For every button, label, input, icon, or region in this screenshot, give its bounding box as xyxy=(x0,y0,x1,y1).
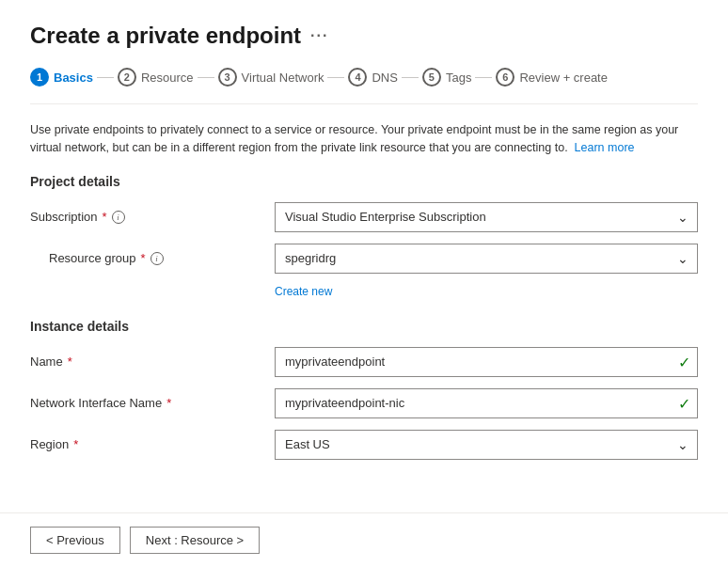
resource-group-label: Resource group xyxy=(49,251,136,265)
wizard-step-dns[interactable]: 4 DNS xyxy=(348,68,397,87)
step-sep-2 xyxy=(198,77,214,78)
region-required: * xyxy=(73,437,78,451)
step-num-4: 4 xyxy=(348,68,367,87)
wizard-step-tags[interactable]: 5 Tags xyxy=(422,68,471,87)
resource-group-select[interactable]: spegridrg xyxy=(275,244,698,274)
footer: < Previous Next : Resource > xyxy=(0,512,728,567)
resource-group-required: * xyxy=(141,251,146,265)
step-num-5: 5 xyxy=(422,68,441,87)
divider xyxy=(30,103,698,104)
step-sep-1 xyxy=(97,77,114,78)
nic-name-control: ✓ xyxy=(275,388,698,418)
project-details-title: Project details xyxy=(30,174,698,189)
resource-group-row: Resource group * i spegridrg xyxy=(30,244,698,274)
nic-name-input-wrapper: ✓ xyxy=(275,388,698,418)
page-title-ellipsis: ··· xyxy=(310,27,328,44)
step-sep-5 xyxy=(475,77,492,78)
resource-group-info-icon[interactable]: i xyxy=(150,252,164,265)
name-label: Name xyxy=(30,354,63,369)
description: Use private endpoints to privately conne… xyxy=(30,121,698,157)
name-label-col: Name * xyxy=(30,354,275,369)
project-details-section: Project details Subscription * i Visual … xyxy=(30,174,698,298)
subscription-required: * xyxy=(103,210,107,224)
wizard-steps: 1 Basics 2 Resource 3 Virtual Network 4 … xyxy=(30,68,698,87)
subscription-info-icon[interactable]: i xyxy=(112,211,125,224)
step-num-1: 1 xyxy=(30,68,49,87)
region-select-wrapper: East US xyxy=(275,430,698,460)
nic-name-label: Network Interface Name xyxy=(30,396,162,410)
step-sep-4 xyxy=(402,77,419,78)
nic-name-row: Network Interface Name * ✓ xyxy=(30,388,698,418)
step-label-virtual-network: Virtual Network xyxy=(242,71,324,85)
step-sep-3 xyxy=(327,77,344,78)
page-title: Create a private endpoint xyxy=(30,23,301,49)
step-label-review: Review + create xyxy=(519,71,608,85)
instance-details-section: Instance details Name * ✓ Network Interf… xyxy=(30,319,698,460)
subscription-row: Subscription * i Visual Studio Enterpris… xyxy=(30,202,698,232)
step-label-tags: Tags xyxy=(446,71,471,85)
step-num-2: 2 xyxy=(118,68,136,87)
subscription-label: Subscription xyxy=(30,210,98,224)
resource-group-control: spegridrg xyxy=(275,244,698,274)
region-control: East US xyxy=(275,430,698,460)
step-num-6: 6 xyxy=(496,68,514,87)
wizard-step-basics[interactable]: 1 Basics xyxy=(30,68,93,87)
main-content: Create a private endpoint ··· 1 Basics 2… xyxy=(0,0,728,512)
region-select[interactable]: East US xyxy=(275,430,698,460)
region-row: Region * East US xyxy=(30,430,698,460)
instance-details-title: Instance details xyxy=(30,319,698,334)
learn-more-link[interactable]: Learn more xyxy=(575,141,635,154)
region-label-col: Region * xyxy=(30,437,275,451)
page-title-row: Create a private endpoint ··· xyxy=(30,23,698,49)
wizard-step-review[interactable]: 6 Review + create xyxy=(496,68,608,87)
nic-name-required: * xyxy=(166,396,171,410)
subscription-control: Visual Studio Enterprise Subscription xyxy=(275,202,698,232)
nic-name-input[interactable] xyxy=(275,388,698,418)
previous-button[interactable]: < Previous xyxy=(30,527,120,554)
name-control: ✓ xyxy=(275,347,698,377)
region-label: Region xyxy=(30,437,69,451)
step-label-resource: Resource xyxy=(141,71,194,85)
page-container: Create a private endpoint ··· 1 Basics 2… xyxy=(0,0,728,567)
step-num-3: 3 xyxy=(218,68,237,87)
name-required: * xyxy=(68,354,72,369)
name-input[interactable] xyxy=(275,347,698,377)
name-input-wrapper: ✓ xyxy=(275,347,698,377)
wizard-step-resource[interactable]: 2 Resource xyxy=(118,68,194,87)
create-new-link[interactable]: Create new xyxy=(275,285,698,298)
subscription-select[interactable]: Visual Studio Enterprise Subscription xyxy=(275,202,698,232)
nic-name-check-icon: ✓ xyxy=(678,394,690,412)
step-label-dns: DNS xyxy=(372,71,397,85)
wizard-step-virtual-network[interactable]: 3 Virtual Network xyxy=(218,68,324,87)
name-row: Name * ✓ xyxy=(30,347,698,377)
step-label-basics: Basics xyxy=(54,71,93,85)
subscription-label-col: Subscription * i xyxy=(30,210,275,224)
name-check-icon: ✓ xyxy=(678,353,690,370)
nic-name-label-col: Network Interface Name * xyxy=(30,396,275,410)
resource-group-select-wrapper: spegridrg xyxy=(275,244,698,274)
resource-group-label-col: Resource group * i xyxy=(30,251,275,265)
next-button[interactable]: Next : Resource > xyxy=(130,527,260,554)
subscription-select-wrapper: Visual Studio Enterprise Subscription xyxy=(275,202,698,232)
